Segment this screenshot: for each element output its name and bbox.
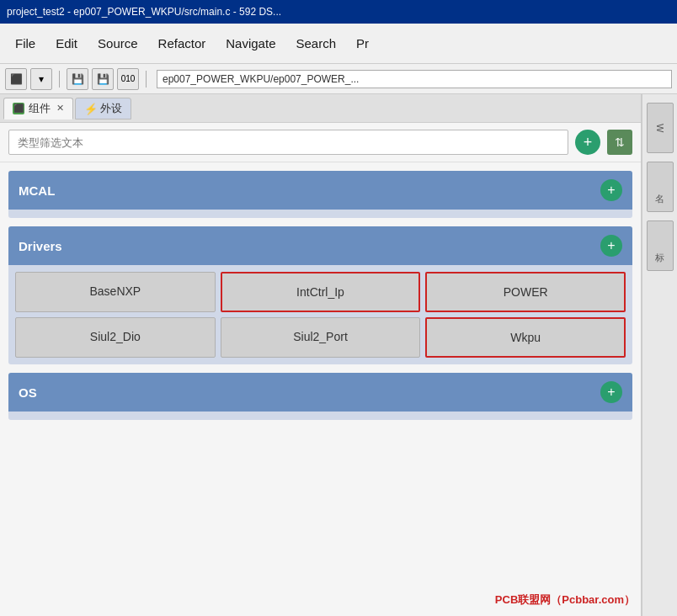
right-panel-btn-1[interactable]: W — [647, 103, 674, 153]
component-area: MCAL+Drivers+BaseNXPIntCtrl_IpPOWERSiul2… — [0, 162, 641, 616]
filter-input[interactable] — [8, 130, 568, 155]
category-label-mcal: MCAL — [19, 183, 55, 198]
filter-add-button[interactable]: + — [575, 130, 600, 155]
tab-components-label: 组件 — [29, 101, 51, 116]
toolbar-save-btn[interactable]: 💾 — [67, 68, 88, 90]
category-add-btn-mcal[interactable]: + — [600, 179, 622, 201]
right-panel: W 名 标 — [642, 94, 677, 616]
left-panel: ⬛ 组件 ✕ ⚡ 外设 + ⇅ MCAL+Drivers+BaseNXPIntC… — [0, 94, 642, 616]
tab-external[interactable]: ⚡ 外设 — [75, 98, 131, 119]
menu-item-refactor[interactable]: Refactor — [150, 31, 215, 56]
right-panel-btn-3[interactable]: 标 — [647, 220, 674, 271]
menu-bar: FileEditSourceRefactorNavigateSearchPr — [0, 24, 677, 64]
category-header-os: OS+ — [8, 373, 632, 412]
component-grid-drivers: BaseNXPIntCtrl_IpPOWERSiul2_DioSiul2_Por… — [8, 265, 632, 364]
tab-components-close[interactable]: ✕ — [56, 103, 64, 114]
component-grid-mcal — [8, 210, 632, 218]
toolbar-dropdown-btn[interactable]: ▾ — [30, 68, 52, 90]
usb-icon: ⚡ — [84, 103, 96, 114]
component-item-intctrl_ip[interactable]: IntCtrl_Ip — [221, 272, 421, 312]
menu-item-source[interactable]: Source — [89, 31, 147, 56]
right-panel-btn-2[interactable]: 名 — [647, 162, 674, 212]
title-bar: project_test2 - ep007_POWER_WKPU/src/mai… — [0, 0, 677, 24]
category-header-mcal: MCAL+ — [8, 171, 632, 210]
filter-sort-button[interactable]: ⇅ — [607, 130, 632, 155]
component-item-siul2_dio[interactable]: Siul2_Dio — [15, 317, 216, 358]
menu-item-search[interactable]: Search — [287, 31, 344, 56]
toolbar: ⬛ ▾ 💾 💾 010 ep007_POWER_WKPU/ep007_POWER… — [0, 64, 677, 94]
breadcrumb: ep007_POWER_WKPU/ep007_POWER_... — [157, 70, 672, 88]
category-label-drivers: Drivers — [19, 239, 62, 253]
category-add-btn-os[interactable]: + — [600, 381, 622, 403]
watermark: PCB联盟网（Pcbbar.com） — [495, 592, 635, 608]
toolbar-save-all-btn[interactable]: 💾 — [92, 68, 114, 90]
toolbar-back-btn[interactable]: ⬛ — [5, 68, 27, 90]
title-bar-text: project_test2 - ep007_POWER_WKPU/src/mai… — [7, 6, 281, 18]
component-item-siul2_port[interactable]: Siul2_Port — [221, 317, 421, 358]
tab-external-label: 外设 — [100, 101, 122, 116]
category-add-btn-drivers[interactable]: + — [600, 235, 622, 257]
category-label-os: OS — [19, 385, 37, 400]
menu-item-edit[interactable]: Edit — [47, 31, 86, 56]
toolbar-sep-2 — [146, 71, 147, 88]
component-item-basenxp[interactable]: BaseNXP — [15, 272, 216, 312]
tabs-bar: ⬛ 组件 ✕ ⚡ 外设 — [0, 94, 641, 123]
component-grid-os — [8, 412, 632, 420]
tab-components[interactable]: ⬛ 组件 ✕ — [3, 98, 73, 119]
menu-item-pr[interactable]: Pr — [348, 31, 377, 56]
component-item-power[interactable]: POWER — [425, 272, 626, 312]
category-header-drivers: Drivers+ — [8, 226, 632, 265]
filter-bar: + ⇅ — [0, 123, 641, 162]
category-drivers: Drivers+BaseNXPIntCtrl_IpPOWERSiul2_DioS… — [8, 226, 632, 364]
component-item-wkpu[interactable]: Wkpu — [425, 317, 626, 358]
category-mcal: MCAL+ — [8, 171, 632, 218]
toolbar-sep-1 — [59, 71, 60, 88]
toolbar-binary-btn[interactable]: 010 — [117, 68, 139, 90]
main-area: ⬛ 组件 ✕ ⚡ 外设 + ⇅ MCAL+Drivers+BaseNXPIntC… — [0, 94, 677, 616]
category-os: OS+ — [8, 373, 632, 420]
menu-item-navigate[interactable]: Navigate — [217, 31, 284, 56]
menu-item-file[interactable]: File — [7, 31, 44, 56]
component-icon: ⬛ — [13, 103, 24, 114]
